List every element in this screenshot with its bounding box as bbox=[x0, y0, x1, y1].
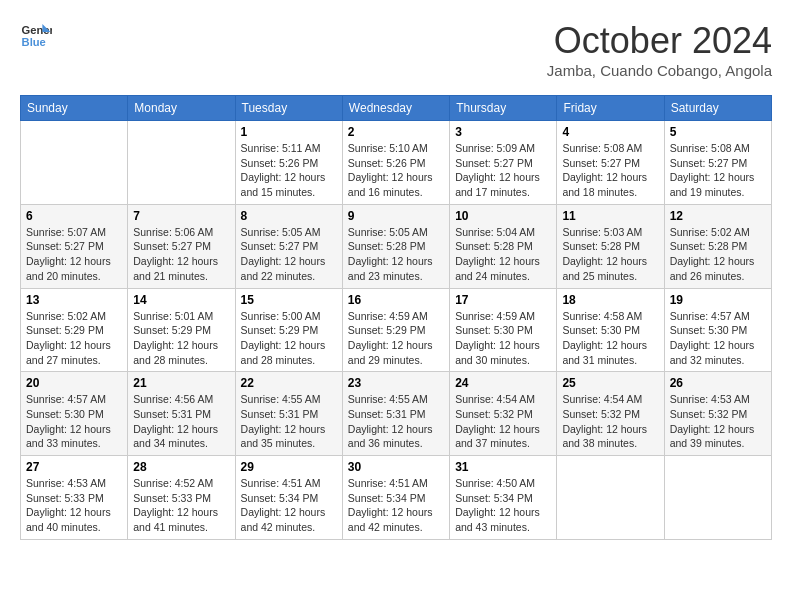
calendar-day-cell: 29Sunrise: 4:51 AM Sunset: 5:34 PM Dayli… bbox=[235, 456, 342, 540]
day-number: 31 bbox=[455, 460, 551, 474]
calendar-day-cell: 1Sunrise: 5:11 AM Sunset: 5:26 PM Daylig… bbox=[235, 121, 342, 205]
weekday-header: Saturday bbox=[664, 96, 771, 121]
weekday-header: Sunday bbox=[21, 96, 128, 121]
calendar-day-cell: 3Sunrise: 5:09 AM Sunset: 5:27 PM Daylig… bbox=[450, 121, 557, 205]
calendar-day-cell bbox=[557, 456, 664, 540]
day-number: 5 bbox=[670, 125, 766, 139]
day-info: Sunrise: 4:51 AM Sunset: 5:34 PM Dayligh… bbox=[348, 476, 444, 535]
day-number: 1 bbox=[241, 125, 337, 139]
calendar-day-cell: 8Sunrise: 5:05 AM Sunset: 5:27 PM Daylig… bbox=[235, 204, 342, 288]
day-info: Sunrise: 5:06 AM Sunset: 5:27 PM Dayligh… bbox=[133, 225, 229, 284]
day-info: Sunrise: 5:10 AM Sunset: 5:26 PM Dayligh… bbox=[348, 141, 444, 200]
day-info: Sunrise: 5:04 AM Sunset: 5:28 PM Dayligh… bbox=[455, 225, 551, 284]
calendar-day-cell: 22Sunrise: 4:55 AM Sunset: 5:31 PM Dayli… bbox=[235, 372, 342, 456]
day-info: Sunrise: 4:56 AM Sunset: 5:31 PM Dayligh… bbox=[133, 392, 229, 451]
day-info: Sunrise: 4:51 AM Sunset: 5:34 PM Dayligh… bbox=[241, 476, 337, 535]
page-header: General Blue October 2024 Jamba, Cuando … bbox=[20, 20, 772, 79]
day-number: 4 bbox=[562, 125, 658, 139]
calendar-week-row: 27Sunrise: 4:53 AM Sunset: 5:33 PM Dayli… bbox=[21, 456, 772, 540]
day-info: Sunrise: 4:55 AM Sunset: 5:31 PM Dayligh… bbox=[348, 392, 444, 451]
day-number: 26 bbox=[670, 376, 766, 390]
weekday-header: Monday bbox=[128, 96, 235, 121]
weekday-header: Wednesday bbox=[342, 96, 449, 121]
calendar-day-cell: 12Sunrise: 5:02 AM Sunset: 5:28 PM Dayli… bbox=[664, 204, 771, 288]
day-number: 8 bbox=[241, 209, 337, 223]
day-number: 2 bbox=[348, 125, 444, 139]
day-number: 24 bbox=[455, 376, 551, 390]
day-number: 20 bbox=[26, 376, 122, 390]
calendar-day-cell: 27Sunrise: 4:53 AM Sunset: 5:33 PM Dayli… bbox=[21, 456, 128, 540]
calendar-day-cell: 26Sunrise: 4:53 AM Sunset: 5:32 PM Dayli… bbox=[664, 372, 771, 456]
day-number: 17 bbox=[455, 293, 551, 307]
calendar-day-cell: 4Sunrise: 5:08 AM Sunset: 5:27 PM Daylig… bbox=[557, 121, 664, 205]
day-info: Sunrise: 4:59 AM Sunset: 5:29 PM Dayligh… bbox=[348, 309, 444, 368]
weekday-header: Tuesday bbox=[235, 96, 342, 121]
day-number: 16 bbox=[348, 293, 444, 307]
calendar-day-cell: 31Sunrise: 4:50 AM Sunset: 5:34 PM Dayli… bbox=[450, 456, 557, 540]
day-info: Sunrise: 5:07 AM Sunset: 5:27 PM Dayligh… bbox=[26, 225, 122, 284]
calendar-day-cell: 2Sunrise: 5:10 AM Sunset: 5:26 PM Daylig… bbox=[342, 121, 449, 205]
day-number: 12 bbox=[670, 209, 766, 223]
calendar-day-cell: 18Sunrise: 4:58 AM Sunset: 5:30 PM Dayli… bbox=[557, 288, 664, 372]
day-number: 27 bbox=[26, 460, 122, 474]
day-number: 30 bbox=[348, 460, 444, 474]
day-info: Sunrise: 5:03 AM Sunset: 5:28 PM Dayligh… bbox=[562, 225, 658, 284]
calendar-day-cell: 23Sunrise: 4:55 AM Sunset: 5:31 PM Dayli… bbox=[342, 372, 449, 456]
calendar-day-cell bbox=[128, 121, 235, 205]
calendar-day-cell: 21Sunrise: 4:56 AM Sunset: 5:31 PM Dayli… bbox=[128, 372, 235, 456]
day-number: 22 bbox=[241, 376, 337, 390]
calendar-week-row: 20Sunrise: 4:57 AM Sunset: 5:30 PM Dayli… bbox=[21, 372, 772, 456]
day-number: 3 bbox=[455, 125, 551, 139]
day-number: 18 bbox=[562, 293, 658, 307]
day-info: Sunrise: 4:53 AM Sunset: 5:32 PM Dayligh… bbox=[670, 392, 766, 451]
day-info: Sunrise: 4:53 AM Sunset: 5:33 PM Dayligh… bbox=[26, 476, 122, 535]
day-info: Sunrise: 4:50 AM Sunset: 5:34 PM Dayligh… bbox=[455, 476, 551, 535]
day-info: Sunrise: 5:11 AM Sunset: 5:26 PM Dayligh… bbox=[241, 141, 337, 200]
calendar-day-cell: 14Sunrise: 5:01 AM Sunset: 5:29 PM Dayli… bbox=[128, 288, 235, 372]
calendar-day-cell bbox=[664, 456, 771, 540]
month-title: October 2024 bbox=[547, 20, 772, 62]
day-number: 10 bbox=[455, 209, 551, 223]
day-info: Sunrise: 5:00 AM Sunset: 5:29 PM Dayligh… bbox=[241, 309, 337, 368]
day-info: Sunrise: 4:52 AM Sunset: 5:33 PM Dayligh… bbox=[133, 476, 229, 535]
calendar-day-cell: 7Sunrise: 5:06 AM Sunset: 5:27 PM Daylig… bbox=[128, 204, 235, 288]
svg-text:Blue: Blue bbox=[22, 36, 46, 48]
weekday-header: Friday bbox=[557, 96, 664, 121]
calendar-day-cell: 6Sunrise: 5:07 AM Sunset: 5:27 PM Daylig… bbox=[21, 204, 128, 288]
day-number: 25 bbox=[562, 376, 658, 390]
day-number: 6 bbox=[26, 209, 122, 223]
calendar-day-cell: 30Sunrise: 4:51 AM Sunset: 5:34 PM Dayli… bbox=[342, 456, 449, 540]
logo-icon: General Blue bbox=[20, 20, 52, 52]
calendar-week-row: 1Sunrise: 5:11 AM Sunset: 5:26 PM Daylig… bbox=[21, 121, 772, 205]
calendar-day-cell: 10Sunrise: 5:04 AM Sunset: 5:28 PM Dayli… bbox=[450, 204, 557, 288]
day-number: 11 bbox=[562, 209, 658, 223]
calendar-day-cell: 17Sunrise: 4:59 AM Sunset: 5:30 PM Dayli… bbox=[450, 288, 557, 372]
day-info: Sunrise: 4:57 AM Sunset: 5:30 PM Dayligh… bbox=[670, 309, 766, 368]
calendar-week-row: 6Sunrise: 5:07 AM Sunset: 5:27 PM Daylig… bbox=[21, 204, 772, 288]
calendar-day-cell: 16Sunrise: 4:59 AM Sunset: 5:29 PM Dayli… bbox=[342, 288, 449, 372]
day-number: 19 bbox=[670, 293, 766, 307]
day-number: 14 bbox=[133, 293, 229, 307]
day-number: 23 bbox=[348, 376, 444, 390]
calendar-header-row: SundayMondayTuesdayWednesdayThursdayFrid… bbox=[21, 96, 772, 121]
day-number: 9 bbox=[348, 209, 444, 223]
calendar-week-row: 13Sunrise: 5:02 AM Sunset: 5:29 PM Dayli… bbox=[21, 288, 772, 372]
calendar-day-cell bbox=[21, 121, 128, 205]
calendar-day-cell: 11Sunrise: 5:03 AM Sunset: 5:28 PM Dayli… bbox=[557, 204, 664, 288]
day-info: Sunrise: 5:08 AM Sunset: 5:27 PM Dayligh… bbox=[562, 141, 658, 200]
day-info: Sunrise: 4:55 AM Sunset: 5:31 PM Dayligh… bbox=[241, 392, 337, 451]
day-info: Sunrise: 5:08 AM Sunset: 5:27 PM Dayligh… bbox=[670, 141, 766, 200]
day-info: Sunrise: 5:05 AM Sunset: 5:28 PM Dayligh… bbox=[348, 225, 444, 284]
day-info: Sunrise: 4:57 AM Sunset: 5:30 PM Dayligh… bbox=[26, 392, 122, 451]
weekday-header: Thursday bbox=[450, 96, 557, 121]
day-info: Sunrise: 5:09 AM Sunset: 5:27 PM Dayligh… bbox=[455, 141, 551, 200]
day-info: Sunrise: 5:02 AM Sunset: 5:29 PM Dayligh… bbox=[26, 309, 122, 368]
day-number: 21 bbox=[133, 376, 229, 390]
calendar-day-cell: 9Sunrise: 5:05 AM Sunset: 5:28 PM Daylig… bbox=[342, 204, 449, 288]
calendar-day-cell: 13Sunrise: 5:02 AM Sunset: 5:29 PM Dayli… bbox=[21, 288, 128, 372]
location-subtitle: Jamba, Cuando Cobango, Angola bbox=[547, 62, 772, 79]
day-info: Sunrise: 4:59 AM Sunset: 5:30 PM Dayligh… bbox=[455, 309, 551, 368]
day-info: Sunrise: 5:02 AM Sunset: 5:28 PM Dayligh… bbox=[670, 225, 766, 284]
day-number: 28 bbox=[133, 460, 229, 474]
calendar-day-cell: 5Sunrise: 5:08 AM Sunset: 5:27 PM Daylig… bbox=[664, 121, 771, 205]
